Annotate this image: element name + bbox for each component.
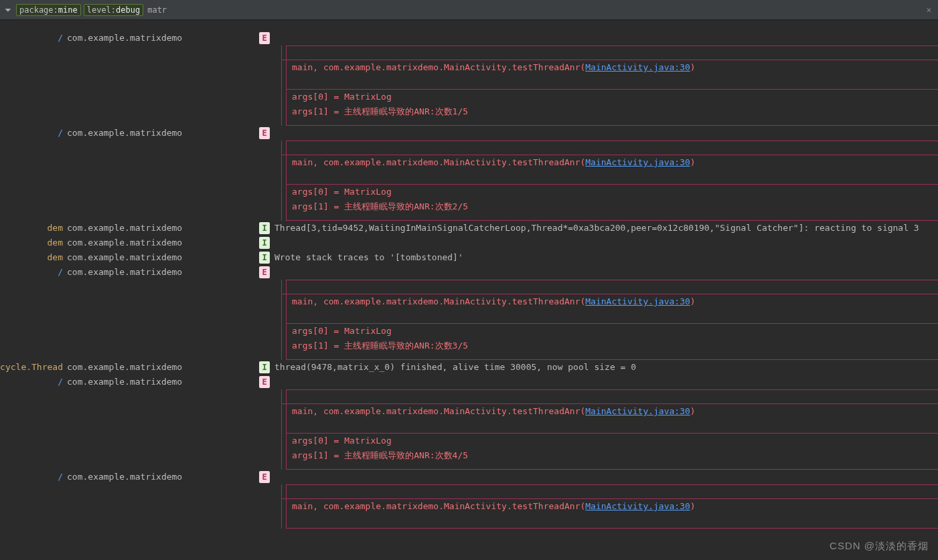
source-link[interactable]: MainActivity.java:30 bbox=[585, 406, 690, 416]
log-message: Thread[3,tid=9452,WaitingInMainSignalCat… bbox=[275, 221, 938, 236]
level-badge-E: E bbox=[259, 266, 270, 278]
level-badge-E: E bbox=[259, 376, 270, 388]
log-tag: dem bbox=[0, 221, 67, 236]
log-package: com.example.matrixdemo bbox=[67, 221, 254, 236]
log-tag: dem bbox=[0, 236, 67, 250]
log-tag: / bbox=[0, 375, 67, 389]
level-badge-E: E bbox=[259, 471, 270, 483]
log-level: I bbox=[254, 250, 275, 265]
log-package: com.example.matrixdemo bbox=[67, 31, 254, 45]
log-level: I bbox=[254, 236, 275, 250]
level-badge-I: I bbox=[259, 237, 270, 249]
log-row: dem com.example.matrixdemo I bbox=[0, 236, 938, 250]
error-arg: args[0] = MatrixLog bbox=[292, 436, 392, 446]
filter-chip-package[interactable]: package:mine bbox=[16, 4, 81, 16]
error-arg: args[1] = 主线程睡眠导致的ANR:次数1/5 bbox=[292, 106, 468, 116]
log-row: dem com.example.matrixdemo I Wrote stack… bbox=[0, 250, 938, 265]
error-arg: args[0] = MatrixLog bbox=[292, 92, 392, 102]
watermark: CSDN @淡淡的香烟 bbox=[830, 539, 929, 553]
log-level: I bbox=[254, 360, 275, 375]
error-arg: args[0] = MatrixLog bbox=[292, 326, 392, 336]
error-block: main, com.example.matrixdemo.MainActivit… bbox=[281, 141, 938, 221]
log-tag: / bbox=[0, 265, 67, 280]
filter-chip-level[interactable]: level:debug bbox=[84, 4, 143, 16]
filter-text[interactable]: matr bbox=[147, 3, 167, 17]
log-row: cycle.Thread com.example.matrixdemo I th… bbox=[0, 360, 938, 375]
close-icon[interactable]: × bbox=[927, 3, 931, 17]
filter-val: mine bbox=[58, 3, 78, 17]
log-level: E bbox=[254, 265, 275, 280]
log-package: com.example.matrixdemo bbox=[67, 126, 254, 141]
log-level: E bbox=[254, 470, 275, 484]
stack-text: main, com.example.matrixdemo.MainActivit… bbox=[292, 406, 585, 416]
log-package: com.example.matrixdemo bbox=[67, 265, 254, 280]
log-tag: cycle.Thread bbox=[0, 360, 67, 375]
error-arg: args[1] = 主线程睡眠导致的ANR:次数4/5 bbox=[292, 450, 468, 460]
log-tag: / bbox=[0, 470, 67, 484]
error-arg: args[1] = 主线程睡眠导致的ANR:次数2/5 bbox=[292, 201, 468, 211]
log-row: / com.example.matrixdemo E bbox=[0, 265, 938, 280]
log-package: com.example.matrixdemo bbox=[67, 470, 254, 484]
stack-text-post: ) bbox=[690, 62, 696, 72]
log-level: E bbox=[254, 375, 275, 389]
log-package: com.example.matrixdemo bbox=[67, 250, 254, 265]
stack-text-post: ) bbox=[690, 501, 696, 511]
error-arg: args[1] = 主线程睡眠导致的ANR:次数3/5 bbox=[292, 341, 468, 351]
filter-key: level: bbox=[87, 3, 116, 17]
error-block: main, com.example.matrixdemo.MainActivit… bbox=[281, 389, 938, 470]
stack-text-post: ) bbox=[690, 157, 696, 167]
stack-text: main, com.example.matrixdemo.MainActivit… bbox=[292, 62, 585, 72]
level-badge-E: E bbox=[259, 127, 270, 139]
log-output[interactable]: / com.example.matrixdemo E main, com.exa… bbox=[0, 20, 938, 529]
log-message: Wrote stack traces to '[tombstoned]' bbox=[275, 250, 938, 265]
stack-text: main, com.example.matrixdemo.MainActivit… bbox=[292, 501, 585, 511]
log-row: / com.example.matrixdemo E bbox=[0, 375, 938, 389]
error-arg: args[0] = MatrixLog bbox=[292, 187, 392, 197]
level-badge-I: I bbox=[259, 222, 270, 234]
stack-text: main, com.example.matrixdemo.MainActivit… bbox=[292, 157, 585, 167]
log-row: / com.example.matrixdemo E bbox=[0, 470, 938, 484]
level-badge-I: I bbox=[259, 361, 270, 373]
source-link[interactable]: MainActivity.java:30 bbox=[585, 62, 690, 72]
filter-icon[interactable]: ⏷ bbox=[4, 3, 12, 17]
log-row: / com.example.matrixdemo E bbox=[0, 31, 938, 45]
error-block: main, com.example.matrixdemo.MainActivit… bbox=[281, 280, 938, 360]
log-row: dem com.example.matrixdemo I Thread[3,ti… bbox=[0, 221, 938, 236]
log-package: com.example.matrixdemo bbox=[67, 360, 254, 375]
level-badge-I: I bbox=[259, 252, 270, 264]
log-tag: dem bbox=[0, 250, 67, 265]
log-package: com.example.matrixdemo bbox=[67, 236, 254, 250]
source-link[interactable]: MainActivity.java:30 bbox=[585, 501, 690, 511]
filter-val: debug bbox=[116, 3, 140, 17]
source-link[interactable]: MainActivity.java:30 bbox=[585, 296, 690, 306]
stack-text-post: ) bbox=[690, 296, 696, 306]
log-filter-bar[interactable]: ⏷ package:mine level:debug matr × bbox=[0, 0, 938, 20]
level-badge-E: E bbox=[259, 32, 270, 44]
error-block: main, com.example.matrixdemo.MainActivit… bbox=[281, 484, 938, 529]
log-tag: / bbox=[0, 126, 67, 141]
log-tag: / bbox=[0, 31, 67, 45]
error-block: main, com.example.matrixdemo.MainActivit… bbox=[281, 45, 938, 126]
log-level: E bbox=[254, 31, 275, 45]
log-package: com.example.matrixdemo bbox=[67, 375, 254, 389]
log-level: I bbox=[254, 221, 275, 236]
log-level: E bbox=[254, 126, 275, 141]
stack-text-post: ) bbox=[690, 406, 696, 416]
stack-text: main, com.example.matrixdemo.MainActivit… bbox=[292, 296, 585, 306]
log-message: thread(9478,matrix_x_0) finished, alive … bbox=[275, 360, 938, 375]
filter-key: package: bbox=[19, 3, 58, 17]
source-link[interactable]: MainActivity.java:30 bbox=[585, 157, 690, 167]
log-row: / com.example.matrixdemo E bbox=[0, 126, 938, 141]
